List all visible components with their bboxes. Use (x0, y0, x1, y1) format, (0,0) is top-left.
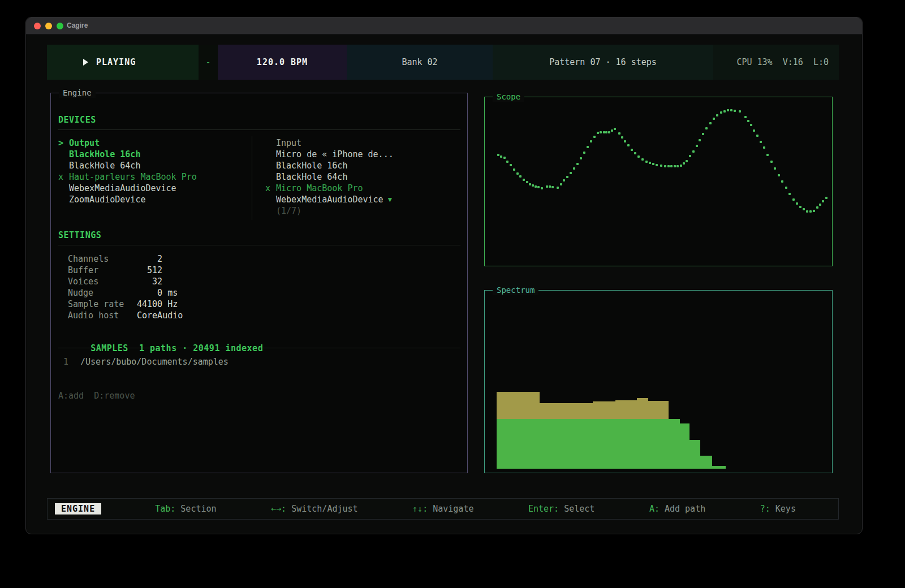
scope-sample-dot (778, 174, 780, 176)
engine-panel-title: Engine (59, 88, 96, 98)
device-marker (58, 183, 69, 194)
scope-sample-dot (760, 141, 762, 143)
scope-sample-dot (683, 162, 685, 165)
play-icon (83, 59, 88, 66)
setting-row[interactable]: Audio hostCoreAudio (58, 310, 285, 321)
device-marker (265, 137, 276, 149)
scope-sample-dot (580, 157, 582, 159)
engine-panel: Engine DEVICES >Output BlackHole 16ch Bl… (50, 93, 468, 473)
scope-sample-dot (730, 109, 732, 111)
device-item[interactable]: xMicro MacBook Pro (265, 183, 463, 194)
key-hints: Tab: Section←→: Switch/Adjust↑↓: Navigat… (155, 504, 796, 514)
scope-sample-dot (727, 109, 729, 111)
scope-sample-dot (750, 124, 752, 126)
device-marker (265, 160, 276, 171)
device-item[interactable]: WebexMediaAudioDevice (58, 183, 256, 194)
scope-sample-dot (513, 168, 515, 171)
setting-row[interactable]: Channels 2 (58, 253, 285, 265)
input-device-list: Input Micro de « iPhone de... BlackHole … (265, 137, 463, 217)
output-device-list: >Output BlackHole 16ch BlackHole 64chxHa… (58, 137, 256, 205)
scope-sample-dot (709, 122, 712, 124)
transport-status[interactable]: PLAYING (47, 45, 199, 80)
scope-sample-dot (813, 210, 815, 212)
device-item[interactable]: WebexMediaAudioDevice▼ (265, 194, 463, 205)
scope-sample-dot (788, 193, 791, 195)
bpm-display[interactable]: 120.0 BPM (218, 45, 347, 80)
scope-sample-dot (816, 206, 818, 209)
setting-row[interactable]: Buffer 512 (58, 265, 285, 276)
device-label: (1/7) (276, 205, 301, 217)
scope-sample-dot (825, 197, 828, 199)
sample-path-row[interactable]: 1/Users/bubo/Documents/samples (51, 356, 447, 368)
device-item[interactable]: xHaut-parleurs MacBook Pro (58, 171, 256, 183)
device-item[interactable]: Micro de « iPhone de... (265, 149, 463, 160)
scope-sample-dot (621, 136, 623, 139)
bank-display[interactable]: Bank 02 (347, 45, 493, 80)
device-label: BlackHole 64ch (276, 171, 347, 183)
scope-sample-dot (583, 152, 585, 154)
scope-sample-dot (720, 111, 722, 114)
device-item[interactable]: BlackHole 16ch (265, 160, 463, 171)
sample-path-list: 1/Users/bubo/Documents/samples (51, 356, 447, 368)
setting-row[interactable]: Nudge 0 ms (58, 287, 285, 299)
scope-sample-dot (608, 131, 610, 133)
device-label: ZoomAudioDevice (69, 194, 145, 205)
setting-label: Sample rate (68, 299, 137, 310)
device-marker: > (58, 137, 69, 149)
device-label: Micro MacBook Pro (276, 183, 363, 194)
scope-sample-dot (774, 167, 776, 170)
column-divider (252, 136, 252, 220)
scope-sample-dot (739, 110, 741, 113)
device-marker (58, 160, 69, 171)
scope-sample-dot (611, 129, 613, 132)
scope-sample-dot (497, 154, 499, 156)
scope-sample-dot (541, 187, 543, 189)
scope-sample-dot (535, 185, 537, 188)
key-hint: Enter: Select (528, 504, 594, 514)
scope-sample-dot (537, 186, 540, 188)
device-label: Haut-parleurs MacBook Pro (69, 171, 197, 183)
scope-sample-dot (716, 114, 718, 116)
zoom-button[interactable] (57, 23, 63, 29)
window-title: Cagire (67, 21, 88, 29)
device-column-header[interactable]: Input (265, 137, 463, 149)
key-hint: ←→: Switch/Adjust (271, 504, 358, 514)
scope-sample-dot (699, 139, 701, 141)
scope-sample-dot (763, 146, 765, 149)
scope-sample-dot (529, 183, 531, 185)
pattern-display[interactable]: Pattern 07 · 16 steps (493, 45, 713, 80)
scope-sample-dot (526, 181, 528, 183)
device-column-header[interactable]: >Output (58, 137, 256, 149)
spectrum-bar (689, 440, 701, 469)
scope-sample-dot (631, 149, 633, 151)
device-item[interactable]: ZoomAudioDevice (58, 194, 256, 205)
device-item[interactable]: BlackHole 16ch (58, 149, 256, 160)
device-marker: x (265, 183, 276, 194)
scope-sample-dot (686, 160, 688, 162)
settings-heading: SETTINGS (58, 230, 101, 240)
scope-sample-dot (576, 163, 579, 165)
setting-value: CoreAudio (137, 310, 183, 321)
scope-sample-dot (573, 167, 575, 170)
spectrum-bar (497, 419, 540, 469)
divider (58, 348, 460, 348)
device-label: WebexMediaAudioDevice (276, 194, 383, 205)
scope-sample-dot (523, 179, 525, 181)
setting-row[interactable]: Voices 32 (58, 276, 285, 287)
status-bar: PLAYING - 120.0 BPM Bank 02 Pattern 07 ·… (47, 45, 839, 80)
scope-sample-dot (799, 206, 801, 208)
scope-sample-dot (705, 127, 708, 129)
sample-path-text: /Users/bubo/Documents/samples (80, 357, 229, 367)
scope-sample-dot (796, 202, 798, 205)
divider (58, 245, 460, 245)
device-label: BlackHole 64ch (69, 160, 140, 171)
scope-sample-dot (560, 183, 562, 185)
device-label: Output (69, 137, 100, 149)
device-item[interactable]: BlackHole 64ch (265, 171, 463, 183)
minimize-button[interactable] (45, 23, 52, 29)
setting-row[interactable]: Sample rate44100 Hz (58, 299, 285, 310)
close-button[interactable] (34, 23, 41, 29)
scope-sample-dot (692, 150, 695, 153)
device-item[interactable]: BlackHole 64ch (58, 160, 256, 171)
scope-sample-dot (806, 210, 808, 213)
